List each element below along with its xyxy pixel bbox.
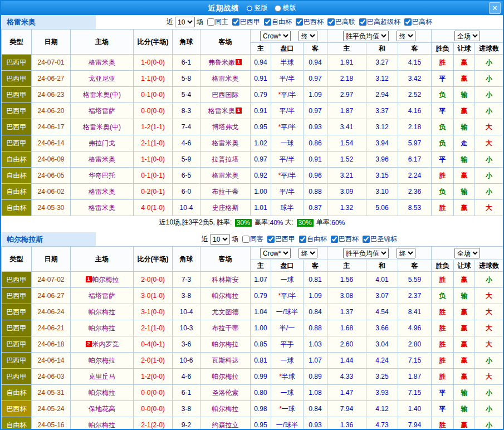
- filter-checkbox[interactable]: 巴圣锦标: [360, 234, 397, 244]
- filter-checkbox-label: 巴西甲: [240, 17, 260, 27]
- asia-home-odds-cell: 1.00: [251, 184, 271, 200]
- team-link[interactable]: 帕尔梅拉: [212, 405, 239, 413]
- team-name-label: 格雷米奥: [1, 15, 96, 29]
- team-link[interactable]: 格雷米奥: [89, 204, 115, 212]
- team-link[interactable]: 巴西国际: [212, 91, 239, 99]
- team-link[interactable]: 帕尔梅拉: [89, 421, 115, 429]
- team-link[interactable]: 克里丘马: [89, 373, 115, 380]
- team-link[interactable]: 布拉干蒂: [212, 188, 239, 196]
- team-link[interactable]: 帕尔梅拉: [212, 292, 239, 300]
- corners-cell: 10-3: [173, 320, 200, 336]
- team-link[interactable]: 帕尔梅拉: [89, 356, 115, 364]
- team-link[interactable]: 史庄格斯: [212, 204, 239, 212]
- recent-count-select[interactable]: 10: [210, 234, 230, 245]
- europe-odds-source-select[interactable]: 胜平负均值: [343, 31, 389, 41]
- team-link[interactable]: 格雷米奥: [212, 75, 239, 82]
- filter-checkbox-input[interactable]: [404, 18, 412, 26]
- team-link[interactable]: 米内罗竞: [92, 340, 119, 348]
- filter-checkbox[interactable]: 巴西甲: [265, 234, 295, 244]
- team-link[interactable]: 格雷米奥: [208, 107, 235, 115]
- team-link[interactable]: 拉普拉塔: [212, 155, 239, 163]
- filter-checkbox[interactable]: 巴西杯: [293, 17, 324, 27]
- team-link[interactable]: 瓦斯科达: [212, 356, 239, 364]
- asia-away-odds-cell: 0.88: [304, 184, 327, 200]
- filter-checkbox-input[interactable]: [267, 236, 275, 243]
- team-link[interactable]: 弗鲁米嫩: [208, 58, 235, 66]
- titlebar: 近期战绩 竖版 横版 ✕: [1, 1, 503, 15]
- team-link[interactable]: 戈亚尼亚: [89, 75, 115, 82]
- filter-checkbox[interactable]: 巴高杯: [402, 17, 432, 27]
- team-link[interactable]: 福塔雷萨: [89, 292, 115, 300]
- result-cell: 胜: [432, 304, 454, 320]
- euro-home-odds-cell: 1.32: [327, 200, 366, 216]
- asia-odds-state-select[interactable]: 终: [299, 248, 317, 258]
- scope-select[interactable]: 全场: [454, 248, 480, 258]
- team-link[interactable]: 帕尔梅拉: [89, 389, 115, 397]
- filter-checkbox-input[interactable]: [232, 18, 239, 26]
- filter-checkbox-input[interactable]: [331, 236, 338, 243]
- asia-odds-state-select[interactable]: 终: [299, 31, 317, 41]
- team-link[interactable]: 帕尔梅拉: [212, 340, 239, 348]
- team-link[interactable]: 尤文图德: [212, 308, 239, 316]
- filter-checkbox[interactable]: 同主: [205, 17, 228, 27]
- team-link[interactable]: 弗拉门戈: [89, 139, 115, 147]
- filter-checkbox[interactable]: 自由杯: [262, 17, 292, 27]
- filter-checkbox[interactable]: 自由杯: [297, 234, 327, 244]
- team-link[interactable]: 格雷米奥: [212, 172, 239, 179]
- away-team-cell: 布拉干蒂: [200, 184, 251, 200]
- euro-home-odds-cell: 1.52: [327, 152, 366, 168]
- asia-away-odds-cell: 1.03: [304, 336, 327, 353]
- europe-odds-state-select[interactable]: 终: [397, 248, 415, 258]
- filter-checkbox[interactable]: 巴西杯: [329, 234, 359, 244]
- team-link[interactable]: 格雷米奥: [89, 155, 115, 163]
- filter-checkbox-input[interactable]: [296, 18, 303, 26]
- scope-select[interactable]: 全场: [454, 31, 480, 41]
- team-link[interactable]: 帕尔梅拉: [212, 373, 239, 380]
- team-link[interactable]: 圣洛伦索: [212, 389, 239, 397]
- team-link[interactable]: 保地花高: [89, 405, 115, 413]
- team-link[interactable]: 格雷米奥: [212, 139, 239, 147]
- europe-odds-source-select[interactable]: 胜平负均值: [343, 248, 389, 258]
- team-link[interactable]: 博塔弗戈: [212, 123, 239, 131]
- team-link[interactable]: 科林斯安: [212, 276, 239, 284]
- europe-odds-header: 胜平负均值终: [327, 30, 432, 43]
- team-link[interactable]: 格雷米奥: [89, 58, 115, 66]
- asia-odds-source-select[interactable]: Crow*: [260, 248, 291, 258]
- europe-odds-state-select[interactable]: 终: [397, 31, 415, 41]
- team-link[interactable]: 约森拉立: [212, 421, 239, 429]
- filter-checkbox[interactable]: 巴西甲: [230, 17, 260, 27]
- filter-checkbox-input[interactable]: [207, 18, 214, 26]
- match-row: 巴西甲24-06-21帕尔梅拉2-1(1-0)10-3布拉干蒂1.00半/一0.…: [2, 320, 503, 336]
- view-option-horizontal[interactable]: 横版: [275, 3, 296, 13]
- vertical-view-radio[interactable]: [246, 5, 253, 12]
- team-link[interactable]: 华奇巴托: [89, 172, 115, 179]
- filter-checkbox[interactable]: 巴高超级杯: [357, 17, 400, 27]
- team-link[interactable]: 帕尔梅拉: [92, 276, 119, 284]
- horizontal-view-radio[interactable]: [275, 5, 281, 12]
- view-option-vertical[interactable]: 竖版: [246, 3, 268, 13]
- recent-count-select[interactable]: 10: [175, 17, 195, 27]
- filter-checkbox-input[interactable]: [359, 18, 366, 26]
- close-button[interactable]: ✕: [489, 2, 501, 14]
- filter-checkbox-input[interactable]: [363, 236, 370, 243]
- team-link[interactable]: 格雷米奥: [89, 188, 115, 196]
- result-cell: 负: [432, 135, 454, 152]
- filter-checkbox-input[interactable]: [299, 236, 306, 243]
- score-cell: 1-1(0-0): [134, 71, 173, 87]
- team-link[interactable]: 福塔雷萨: [89, 107, 115, 115]
- filter-checkbox[interactable]: 巴高联: [325, 17, 355, 27]
- asia-away-odds-cell: 0.81: [304, 272, 327, 288]
- handicap-cell: 一球: [271, 385, 304, 401]
- asia-odds-source-select[interactable]: Crow*: [260, 31, 291, 41]
- team-link[interactable]: 格雷米奥(中): [83, 91, 121, 99]
- team-link[interactable]: 帕尔梅拉: [89, 308, 115, 316]
- filter-checkbox-input[interactable]: [327, 18, 335, 26]
- date-cell: 24-06-14: [32, 353, 71, 369]
- filter-checkbox-input[interactable]: [242, 236, 249, 243]
- filter-checkbox[interactable]: 同客: [240, 234, 263, 244]
- filter-checkbox-input[interactable]: [264, 18, 271, 26]
- team-link[interactable]: 帕尔梅拉: [89, 324, 115, 332]
- team-link[interactable]: 布拉干蒂: [212, 324, 239, 332]
- team-link[interactable]: 格雷米奥(中): [83, 123, 121, 131]
- result-header: 胜负: [432, 260, 454, 272]
